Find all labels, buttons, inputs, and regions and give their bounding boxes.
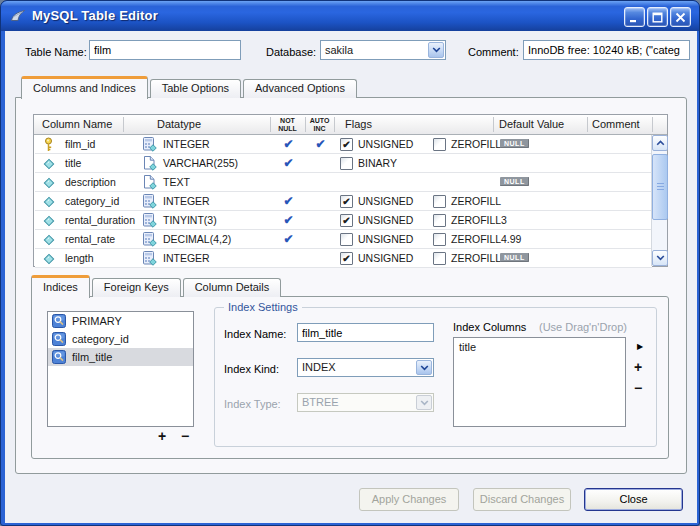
table-row[interactable]: film_idINTEGER✔✔✔UNSIGNEDZEROFILLNULL: [35, 135, 652, 154]
flag-label: ZEROFILL: [451, 195, 501, 207]
move-column-arrow-icon[interactable]: ▶: [637, 342, 643, 351]
scroll-thumb[interactable]: [652, 154, 668, 220]
maximize-icon: [652, 12, 663, 23]
column-name-cell[interactable]: rental_rate: [65, 233, 115, 245]
not-null-check-icon[interactable]: ✔: [272, 156, 305, 170]
not-null-check-icon[interactable]: ✔: [272, 213, 305, 227]
flag-checkbox-unsigned[interactable]: [340, 233, 353, 246]
index-type-label: Index Type:: [224, 398, 281, 410]
scroll-up-button[interactable]: [652, 135, 668, 151]
grid-scrollbar[interactable]: [651, 135, 667, 266]
tab-table-options[interactable]: Table Options: [150, 79, 241, 98]
datatype-cell[interactable]: INTEGER: [163, 252, 210, 264]
flag-checkbox-unsigned[interactable]: ✔: [340, 252, 353, 265]
database-label: Database:: [266, 46, 316, 58]
discard-changes-button[interactable]: Discard Changes: [473, 488, 571, 511]
datatype-cell[interactable]: INTEGER: [163, 138, 210, 150]
index-type-select: BTREE: [297, 393, 434, 412]
table-row[interactable]: descriptionTEXTNULL: [35, 173, 652, 192]
column-name-cell[interactable]: title: [65, 157, 81, 169]
datatype-cell[interactable]: INTEGER: [163, 195, 210, 207]
maximize-button[interactable]: [647, 7, 668, 27]
column-name-cell[interactable]: film_id: [65, 138, 95, 150]
flag-label: UNSIGNED: [358, 233, 413, 245]
null-badge: NULL: [500, 139, 529, 148]
remove-column-button[interactable]: −: [630, 381, 646, 395]
tab-columns-and-indices[interactable]: Columns and Indices: [21, 76, 148, 99]
flag-checkbox-unsigned[interactable]: ✔: [340, 138, 353, 151]
index-columns-label: Index Columns: [453, 321, 526, 333]
flag-checkbox-unsigned[interactable]: ✔: [340, 214, 353, 227]
subtab-indices[interactable]: Indices: [31, 275, 90, 298]
apply-changes-button[interactable]: Apply Changes: [359, 488, 459, 511]
add-index-button[interactable]: +: [154, 429, 170, 443]
not-null-check-icon[interactable]: ✔: [272, 137, 305, 151]
subtab-foreign-keys[interactable]: Foreign Keys: [92, 278, 181, 297]
close-button[interactable]: [670, 7, 691, 27]
header-comment[interactable]: Comment: [592, 118, 640, 130]
index-list-item[interactable]: category_id: [48, 330, 193, 348]
database-dropdown-button[interactable]: [428, 42, 444, 58]
flag-checkbox-zerofill[interactable]: [433, 252, 446, 265]
not-null-check-icon[interactable]: ✔: [272, 194, 305, 208]
auto-inc-check-icon[interactable]: ✔: [307, 137, 334, 151]
column-icon: [41, 232, 57, 250]
index-name-input[interactable]: [297, 323, 434, 342]
datatype-cell[interactable]: VARCHAR(255): [163, 157, 238, 169]
datatype-cell[interactable]: TINYINT(3): [163, 214, 217, 226]
index-list-item[interactable]: film_title: [48, 348, 193, 366]
flag-checkbox-binary[interactable]: [340, 157, 353, 170]
flag-checkbox-zerofill[interactable]: [433, 195, 446, 208]
header-default-value[interactable]: Default Value: [499, 118, 564, 130]
datatype-numeric-icon: [142, 232, 157, 249]
close-dialog-button[interactable]: Close: [584, 488, 683, 511]
header-not-null[interactable]: NOT NULL: [271, 117, 304, 133]
column-name-cell[interactable]: description: [65, 176, 116, 188]
subtab-column-details[interactable]: Column Details: [183, 278, 282, 297]
table-row[interactable]: rental_durationTINYINT(3)✔✔UNSIGNEDZEROF…: [35, 211, 652, 230]
table-row[interactable]: category_idINTEGER✔✔UNSIGNEDZEROFILL: [35, 192, 652, 211]
titlebar[interactable]: MySQL Table Editor: [1, 1, 699, 31]
column-name-cell[interactable]: category_id: [65, 195, 119, 207]
not-null-check-icon[interactable]: ✔: [272, 232, 305, 246]
column-name-cell[interactable]: length: [65, 252, 94, 264]
scroll-down-button[interactable]: [652, 250, 668, 266]
flag-checkbox-zerofill[interactable]: [433, 214, 446, 227]
index-columns-list[interactable]: title: [453, 337, 626, 427]
sub-tabstrip: IndicesForeign KeysColumn Details: [31, 275, 281, 297]
index-list[interactable]: PRIMARYcategory_idfilm_title: [47, 311, 194, 427]
table-name-input[interactable]: [89, 40, 241, 60]
table-row[interactable]: lengthINTEGER✔UNSIGNEDZEROFILLNULL: [35, 249, 652, 268]
index-column-item[interactable]: title: [454, 338, 625, 356]
header-auto-inc[interactable]: AUTO INC: [306, 117, 333, 133]
column-icon: [41, 175, 57, 193]
index-kind-select[interactable]: INDEX: [297, 358, 434, 377]
tab-advanced-options[interactable]: Advanced Options: [243, 79, 357, 98]
remove-index-button[interactable]: −: [177, 429, 193, 443]
default-value-cell[interactable]: 3: [501, 214, 507, 226]
datatype-cell[interactable]: DECIMAL(4,2): [163, 233, 231, 245]
header-datatype[interactable]: Datatype: [157, 118, 201, 130]
index-kind-dropdown-button[interactable]: [416, 360, 432, 375]
comment-input[interactable]: [523, 40, 690, 60]
header-flags[interactable]: Flags: [345, 118, 372, 130]
default-value-cell[interactable]: 4.99: [501, 233, 521, 245]
column-icon: [41, 156, 57, 174]
index-icon: [52, 314, 66, 328]
flag-checkbox-zerofill[interactable]: [433, 138, 446, 151]
minimize-button[interactable]: [624, 7, 645, 27]
index-list-item[interactable]: PRIMARY: [48, 312, 193, 330]
datatype-cell[interactable]: TEXT: [163, 176, 190, 188]
header-column-name[interactable]: Column Name: [42, 118, 112, 130]
datatype-numeric-icon: [142, 194, 157, 211]
column-icon: [41, 251, 57, 269]
add-column-button[interactable]: +: [630, 360, 646, 374]
flag-checkbox-unsigned[interactable]: ✔: [340, 195, 353, 208]
database-select[interactable]: sakila: [320, 40, 446, 60]
close-icon: [675, 12, 686, 23]
chevron-down-icon: [420, 400, 429, 406]
flag-checkbox-zerofill[interactable]: [433, 233, 446, 246]
table-row[interactable]: titleVARCHAR(255)✔BINARY: [35, 154, 652, 173]
table-row[interactable]: rental_rateDECIMAL(4,2)✔UNSIGNEDZEROFILL…: [35, 230, 652, 249]
column-name-cell[interactable]: rental_duration: [65, 214, 135, 226]
